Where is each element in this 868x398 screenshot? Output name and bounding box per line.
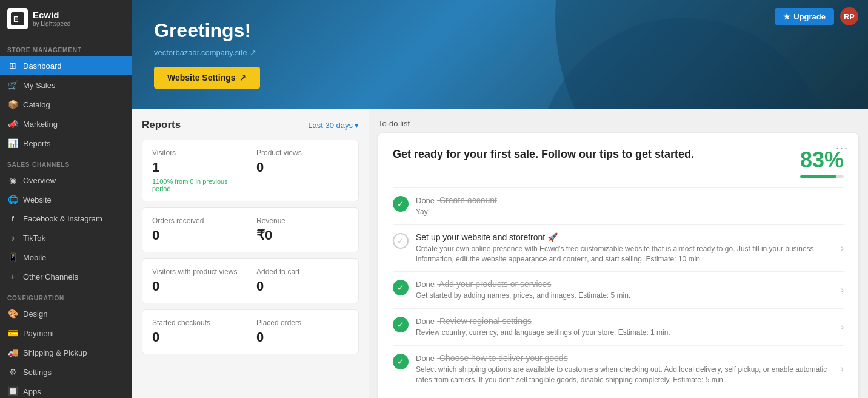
sidebar-item-facebook-instagram[interactable]: f Facebook & Instagram: [0, 209, 132, 228]
stat-visitors: Visitors 1 1100% from 0 in previous peri…: [152, 149, 244, 192]
sidebar-item-website[interactable]: 🌐 Website: [0, 190, 132, 209]
upgrade-label: Upgrade: [793, 12, 826, 21]
ecwid-logo-icon: E: [7, 8, 28, 29]
configuration-label: Configuration: [0, 286, 132, 304]
todo-panel: To-do list ··· Get ready for your first …: [369, 109, 868, 398]
product-views-value: 0: [256, 160, 349, 175]
sidebar-item-tiktok[interactable]: ♪ TikTok: [0, 228, 132, 248]
mobile-icon: 📱: [7, 252, 18, 262]
todo-desc-create-account: Yay!: [416, 207, 844, 217]
todo-item-add-products[interactable]: ✓ Done Add your products or services Get…: [393, 271, 844, 308]
product-views-label: Product views: [256, 149, 349, 157]
done-label: Done: [416, 354, 435, 363]
todo-check-setup-website: ✓: [393, 233, 409, 249]
user-avatar[interactable]: RP: [840, 7, 858, 25]
sidebar-item-label: Payment: [23, 329, 54, 338]
sidebar-item-settings[interactable]: ⚙ Settings: [0, 362, 132, 382]
sidebar-item-label: Apps: [23, 387, 41, 396]
sidebar-item-design[interactable]: 🎨 Design: [0, 304, 132, 323]
my-sales-icon: 🛒: [7, 80, 18, 90]
done-label: Done: [416, 317, 435, 326]
sidebar-logo: E Ecwid by Lightspeed: [0, 0, 132, 38]
todo-card: ··· Get ready for your first sale. Follo…: [378, 133, 858, 398]
orders-label: Orders received: [152, 217, 244, 225]
visitors-product-views-label: Visitors with product views: [152, 268, 244, 276]
reports-period-selector[interactable]: Last 30 days ▾: [308, 121, 359, 130]
chevron-right-icon: ›: [841, 322, 844, 332]
stat-revenue: Revenue ₹0: [256, 217, 349, 243]
todo-card-title: Get ready for your first sale. Follow ou…: [393, 147, 694, 161]
hero-greeting: Greetings!: [154, 19, 846, 42]
todo-desc-setup-website: Create your own online presence with Ecw…: [416, 244, 829, 265]
catalog-icon: 📦: [7, 100, 18, 109]
todo-item-regional-settings[interactable]: ✓ Done Review regional settings Review c…: [393, 308, 844, 345]
stat-started-checkouts: Started checkouts 0: [152, 319, 244, 345]
sidebar-item-mobile[interactable]: 📱 Mobile: [0, 248, 132, 267]
sidebar-item-apps[interactable]: 🔲 Apps: [0, 382, 132, 398]
todo-item-create-account[interactable]: ✓ Done Create account Yay!: [393, 187, 844, 224]
website-settings-button[interactable]: Website Settings ↗: [154, 67, 260, 89]
todo-item-payment[interactable]: ✓ Done Set up payment options Choose how…: [393, 393, 844, 398]
todo-text-delivery: Done Choose how to deliver your goods Se…: [416, 353, 829, 385]
design-icon: 🎨: [7, 309, 18, 319]
content-area: Reports Last 30 days ▾ Visitors 1 1100% …: [132, 109, 868, 398]
stat-added-to-cart: Added to cart 0: [256, 268, 349, 294]
started-checkouts-label: Started checkouts: [152, 319, 244, 327]
upgrade-button[interactable]: ★ Upgrade: [775, 8, 834, 25]
sidebar-item-payment[interactable]: 💳 Payment: [0, 323, 132, 343]
topbar: ★ Upgrade RP: [775, 7, 858, 25]
sidebar-item-overview[interactable]: ◉ Overview: [0, 170, 132, 190]
stat-product-views: Product views 0: [256, 149, 349, 192]
todo-text-setup-website: Set up your website and storefront 🚀 Cre…: [416, 232, 829, 265]
chevron-right-icon: ›: [841, 363, 844, 374]
reports-icon: 📊: [7, 138, 18, 148]
reports-period-label: Last 30 days: [308, 121, 353, 130]
visitors-value: 1: [152, 160, 244, 175]
sidebar-item-dashboard[interactable]: ⊞ Dashboard: [0, 56, 132, 75]
todo-percent-fill: [800, 175, 836, 178]
stat-card-visitors: Visitors 1 1100% from 0 in previous peri…: [142, 140, 359, 201]
main-area: ★ Upgrade RP Greetings! vectorbazaar.com…: [132, 0, 868, 398]
orders-value: 0: [152, 228, 244, 243]
chevron-right-icon: ›: [841, 285, 844, 295]
sidebar-item-label: Mobile: [23, 253, 46, 262]
sidebar-item-catalog[interactable]: 📦 Catalog: [0, 95, 132, 114]
store-management-label: Store management: [0, 38, 132, 56]
done-label: Done: [416, 196, 435, 205]
stat-placed-orders: Placed orders 0: [256, 319, 349, 345]
todo-percent-bar: [800, 175, 844, 178]
sidebar-item-label: Design: [23, 309, 47, 319]
brand-sub: by Lightspeed: [33, 21, 70, 27]
todo-more-button[interactable]: ···: [836, 143, 849, 153]
sidebar-item-shipping[interactable]: 🚚 Shipping & Pickup: [0, 343, 132, 362]
sidebar-item-label: Shipping & Pickup: [23, 348, 87, 357]
sidebar-item-marketing[interactable]: 📣 Marketing: [0, 114, 132, 133]
todo-card-header: Get ready for your first sale. Follow ou…: [393, 147, 844, 178]
hero-site-url[interactable]: vectorbazaar.company.site ↗: [154, 48, 846, 57]
todo-desc-regional-settings: Review country, currency, and language s…: [416, 328, 829, 338]
sidebar-item-reports[interactable]: 📊 Reports: [0, 133, 132, 153]
tiktok-icon: ♪: [7, 233, 18, 243]
sidebar-item-label: Reports: [23, 139, 51, 148]
stat-orders: Orders received 0: [152, 217, 244, 243]
todo-item-delivery[interactable]: ✓ Done Choose how to deliver your goods …: [393, 345, 844, 393]
todo-section-label: To-do list: [378, 119, 858, 128]
sidebar-item-other-channels[interactable]: + Other Channels: [0, 267, 132, 286]
external-icon: ↗: [239, 73, 247, 83]
settings-icon: ⚙: [7, 367, 18, 377]
todo-item-setup-website[interactable]: ✓ Set up your website and storefront 🚀 C…: [393, 224, 844, 272]
overview-icon: ◉: [7, 175, 18, 185]
apps-icon: 🔲: [7, 386, 18, 396]
sidebar-item-label: TikTok: [23, 234, 45, 243]
hero-banner: Greetings! vectorbazaar.company.site ↗ W…: [132, 0, 868, 109]
reports-title: Reports: [142, 119, 181, 131]
stat-card-product-views: Visitors with product views 0 Added to c…: [142, 258, 359, 303]
site-url-text: vectorbazaar.company.site: [154, 48, 247, 57]
sidebar-item-label: Settings: [23, 368, 52, 377]
todo-desc-add-products: Get started by adding names, prices, and…: [416, 291, 829, 301]
sidebar-item-my-sales[interactable]: 🛒 My Sales: [0, 75, 132, 95]
sidebar-item-label: Other Channels: [23, 272, 78, 282]
placed-orders-label: Placed orders: [256, 319, 349, 327]
todo-title-delivery: Done Choose how to deliver your goods: [416, 353, 829, 363]
revenue-label: Revenue: [256, 217, 349, 225]
